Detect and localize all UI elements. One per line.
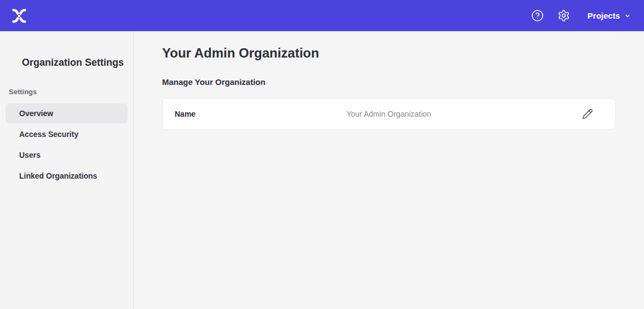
top-navbar: Projects — [0, 0, 644, 31]
projects-dropdown[interactable]: Projects — [588, 11, 631, 20]
sidebar-item-linked-organizations[interactable]: Linked Organizations — [5, 166, 128, 186]
projects-dropdown-label: Projects — [588, 11, 620, 20]
name-field-value: Your Admin Organization — [347, 110, 431, 118]
page-body: Organization Settings Settings Overview … — [0, 31, 644, 309]
chevron-down-icon — [624, 13, 631, 19]
sidebar-section-label: Settings — [0, 88, 133, 96]
settings-button[interactable] — [555, 7, 573, 25]
page-title: Your Admin Organization — [162, 45, 616, 61]
name-field-label: Name — [163, 110, 196, 118]
edit-name-button[interactable] — [581, 107, 594, 121]
sidebar-title: Organization Settings — [0, 56, 133, 68]
brand-x-logo[interactable] — [11, 8, 27, 24]
sidebar-item-overview[interactable]: Overview — [5, 104, 128, 123]
section-title: Manage Your Organization — [162, 77, 616, 87]
organization-name-card: Name Your Admin Organization — [162, 98, 616, 130]
help-button[interactable] — [528, 7, 547, 25]
gear-icon — [557, 9, 570, 22]
sidebar-item-access-security[interactable]: Access Security — [5, 124, 128, 144]
pencil-icon — [582, 108, 593, 119]
main-content: Your Admin Organization Manage Your Orga… — [134, 31, 644, 309]
brand-x-logo-glyph — [11, 8, 27, 24]
sidebar-item-users[interactable]: Users — [5, 145, 128, 165]
help-circle-icon — [531, 9, 544, 22]
sidebar-nav: Overview Access Security Users Linked Or… — [0, 104, 133, 186]
organization-settings-sidebar: Organization Settings Settings Overview … — [0, 31, 134, 309]
